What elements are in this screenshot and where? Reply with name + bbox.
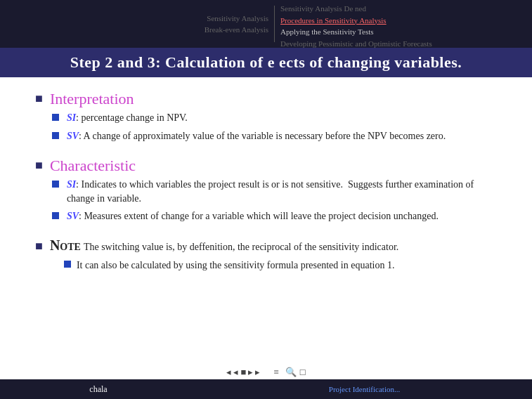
interpretation-body: Interpretation SI: percentage change in … xyxy=(50,90,504,147)
left-arrow-icon-2[interactable]: ◂ xyxy=(233,367,238,378)
note-sub-text: It can also be calculated by using the s… xyxy=(77,259,395,273)
si-text-1: : percentage change in NPV. xyxy=(76,112,188,123)
footer: chala Project Identification... xyxy=(0,379,532,399)
list-item: SV: A change of approximately value of t… xyxy=(50,129,504,143)
top-navigation: Sensitivity Analysis Break-even Analysis… xyxy=(0,0,532,48)
characteristic-title: Characteristic xyxy=(50,157,504,175)
right-arrow-icon[interactable]: ▸ xyxy=(248,367,253,378)
footer-author: chala xyxy=(0,384,197,395)
sub-bullet-icon xyxy=(50,130,61,141)
sub-bullet-icon xyxy=(50,112,61,123)
si-label-2: SI xyxy=(67,179,76,190)
nav-sensitivity-analysis[interactable]: Sensitivity Analysis xyxy=(207,13,268,25)
nav-lines-icon: ≡ xyxy=(273,367,278,378)
interpretation-section: ■ Interpretation SI: percentage change i… xyxy=(35,90,504,147)
note-body: Note The switching value is, by deffenit… xyxy=(50,237,504,272)
characteristic-body: Characteristic SI: Indicates to which va… xyxy=(50,157,504,228)
nav-procedures[interactable]: Procedures in Sensitivity Analysis xyxy=(280,15,532,27)
list-item: It can also be calculated by using the s… xyxy=(64,259,504,273)
characteristic-list: SI: Indicates to which variables the pro… xyxy=(50,178,504,223)
zoom-icon[interactable]: 🔍 xyxy=(285,367,297,378)
nav-developing[interactable]: Developing Pessimistic and Optimistic Fo… xyxy=(280,38,532,50)
nav-right: Sensitivity Analysis De ned Procedures i… xyxy=(275,0,532,48)
list-item: SI: Indicates to which variables the pro… xyxy=(50,178,504,205)
nav-defined[interactable]: Sensitivity Analysis De ned xyxy=(280,3,532,15)
note-title: Note xyxy=(50,237,81,253)
interpretation-title: Interpretation xyxy=(50,90,504,108)
section-bullet-interpretation: ■ xyxy=(35,91,43,106)
left-arrow-icon[interactable]: ◂ xyxy=(226,367,231,378)
bottom-navigation: ◂ ◂ ■ ▸ ▸ ≡ 🔍 □ xyxy=(0,367,532,378)
footer-title: Project Identification... xyxy=(197,385,532,393)
main-content: ■ Interpretation SI: percentage change i… xyxy=(0,77,532,286)
nav-left: Sensitivity Analysis Break-even Analysis xyxy=(0,0,274,48)
nav-applying[interactable]: Applying the Sensitivity Tests xyxy=(280,26,532,38)
note-sublist: It can also be calculated by using the s… xyxy=(50,259,504,273)
sv-text-1: : A change of approximately value of the… xyxy=(79,131,446,141)
list-item: SI: percentage change in NPV. xyxy=(50,111,504,125)
interpretation-list: SI: percentage change in NPV. SV: A chan… xyxy=(50,111,504,143)
characteristic-section: ■ Characteristic SI: Indicates to which … xyxy=(35,157,504,228)
si-text-2: : Indicates to which variables the proje… xyxy=(67,179,474,204)
page-indicator: ■ xyxy=(240,367,246,378)
sv-label-1: SV xyxy=(67,131,79,141)
nav-arrows[interactable]: ◂ ◂ ■ ▸ ▸ ≡ 🔍 □ xyxy=(226,367,305,378)
nav-breakeven-analysis[interactable]: Break-even Analysis xyxy=(205,24,268,36)
note-sub-bullet xyxy=(64,261,71,268)
sub-bullet-icon xyxy=(50,210,61,221)
list-item: SV: Measures extent of change for a vari… xyxy=(50,209,504,223)
section-bullet-characteristic: ■ xyxy=(35,158,43,173)
slide-title: Step 2 and 3: Calculation of e ects of c… xyxy=(0,48,532,77)
note-section: ■ Note The switching value is, by deffen… xyxy=(35,237,504,272)
si-label-1: SI xyxy=(67,112,76,123)
sv-text-2: : Measures extent of change for a variab… xyxy=(79,211,439,221)
fullscreen-icon[interactable]: □ xyxy=(300,367,306,378)
sub-bullet-icon xyxy=(50,178,61,190)
right-arrow-icon-2[interactable]: ▸ xyxy=(255,367,260,378)
note-bullet: ■ xyxy=(35,239,43,254)
note-main-text: The switching value is, by deffenition, … xyxy=(84,242,398,252)
sv-label-2: SV xyxy=(67,211,79,221)
